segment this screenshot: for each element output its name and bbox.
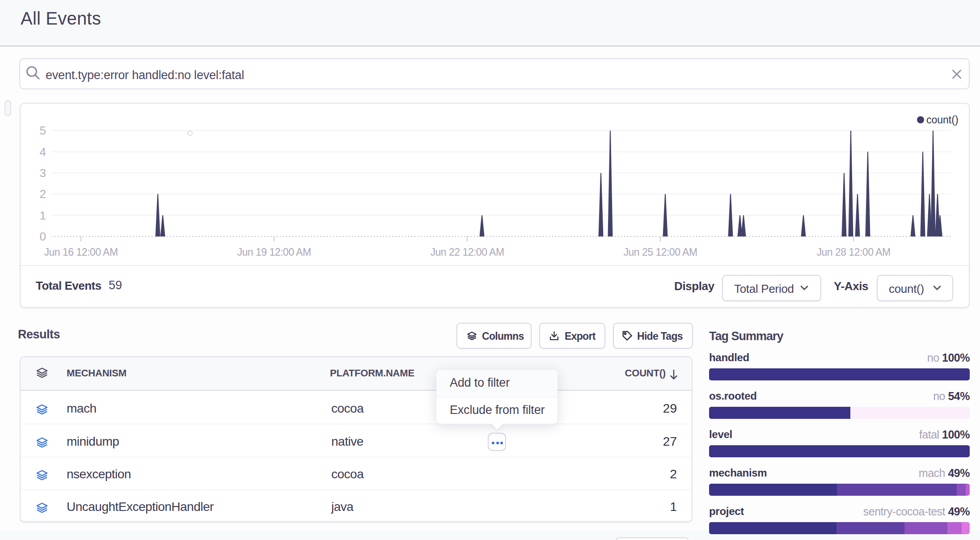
svg-text:Jun 16 12:00 AM: Jun 16 12:00 AM [44,246,118,258]
svg-text:count(): count() [926,114,959,126]
svg-text:Jun 25 12:00 AM: Jun 25 12:00 AM [623,246,697,258]
svg-text:2: 2 [40,187,46,201]
svg-text:Jun 19 12:00 AM: Jun 19 12:00 AM [237,246,311,258]
svg-text:4: 4 [40,145,46,159]
svg-text:1: 1 [40,209,46,222]
svg-text:5: 5 [40,124,46,137]
svg-text:0: 0 [40,230,46,243]
svg-text:Jun 28 12:00 AM: Jun 28 12:00 AM [816,246,890,258]
svg-text:3: 3 [40,166,46,180]
svg-text:Jun 22 12:00 AM: Jun 22 12:00 AM [430,246,504,258]
